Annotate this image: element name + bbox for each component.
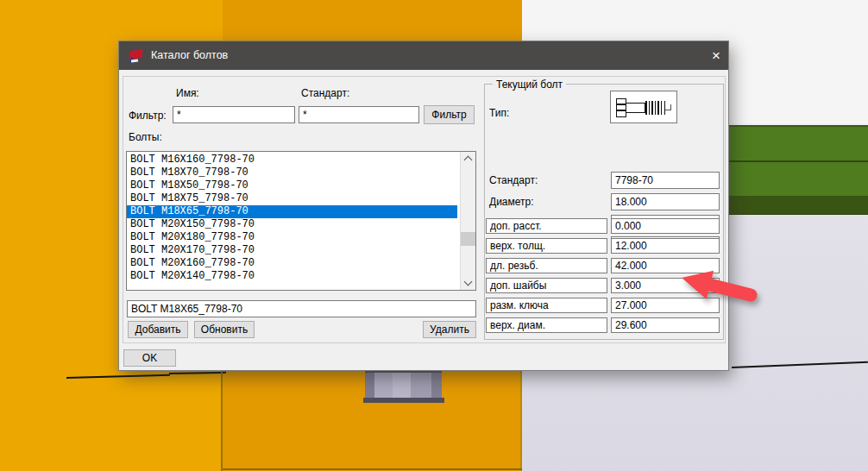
titlebar[interactable]: Каталог болтов ×: [119, 41, 728, 70]
attr-label-thread-length: дл. резьб.: [486, 258, 607, 273]
name-column-label: Имя:: [176, 87, 199, 99]
attr-label-top-diameter: верх. диам.: [486, 317, 607, 333]
cad-beam-green-dark: [729, 196, 868, 215]
standard-field-value[interactable]: [611, 172, 720, 189]
cad-bolt-shape: [365, 371, 442, 401]
attr-value-extra-distance[interactable]: [611, 218, 720, 234]
scrollbar-thumb[interactable]: [461, 232, 475, 246]
list-item[interactable]: BOLT M18X70_7798-70: [127, 166, 457, 179]
standard-column-label: Стандарт:: [301, 87, 349, 99]
list-item[interactable]: BOLT M18X75_7798-70: [127, 192, 457, 205]
list-item[interactable]: BOLT M16X160_7798-70: [127, 154, 457, 166]
bolt-catalog-dialog: Каталог болтов × Имя: Стандарт: Фильтр: …: [118, 41, 729, 371]
cad-edge-line: [223, 468, 522, 470]
filter-name-input[interactable]: [173, 106, 295, 123]
bolt-list[interactable]: BOLT M16X160_7798-70 BOLT M18X70_7798-70…: [126, 151, 476, 291]
current-bolt-group-label: Текущий болт: [493, 78, 566, 91]
attr-label-extra-washers: доп. шайбы: [486, 278, 607, 293]
list-scrollbar[interactable]: [460, 152, 475, 290]
standard-field-label: Стандарт:: [489, 174, 538, 186]
diameter-field-value[interactable]: [611, 193, 720, 210]
list-item[interactable]: BOLT M18X50_7798-70: [127, 179, 457, 192]
diameter-field-label: Диаметр:: [489, 196, 534, 208]
attr-value-top-thickness[interactable]: [611, 238, 720, 254]
update-button[interactable]: Обновить: [194, 321, 255, 338]
window-title: Каталог болтов: [151, 41, 228, 70]
filter-button[interactable]: Фильтр: [424, 105, 475, 124]
cad-bolt-cap: [363, 398, 444, 403]
ok-button[interactable]: OK: [123, 349, 176, 367]
app-logo-icon: [129, 48, 145, 63]
attr-label-wrench-size: разм. ключа: [486, 298, 607, 313]
cad-edge-line: [221, 371, 223, 471]
attr-label-extra-distance: доп. расст.: [486, 218, 607, 234]
list-item[interactable]: BOLT M20X180_7798-70: [127, 231, 457, 244]
scroll-up-icon[interactable]: [461, 152, 475, 166]
list-item-selected[interactable]: BOLT M18X65_7798-70: [127, 205, 457, 218]
chevron-down-icon: [665, 104, 671, 110]
filter-standard-input[interactable]: [299, 106, 419, 123]
close-icon[interactable]: ×: [704, 43, 728, 68]
scroll-down-icon[interactable]: [461, 276, 475, 290]
delete-button[interactable]: Удалить: [423, 321, 476, 338]
annotation-arrow-icon: [673, 255, 782, 312]
cad-edge-line: [520, 371, 522, 471]
bolts-list-label: Болты:: [129, 131, 162, 143]
list-item[interactable]: BOLT M20X150_7798-70: [127, 218, 457, 231]
bolt-name-input[interactable]: [127, 300, 476, 317]
add-button[interactable]: Добавить: [128, 321, 188, 338]
filter-label: Фильтр:: [129, 110, 167, 122]
attr-label-top-thickness: верх. толщ.: [486, 238, 607, 254]
bolt-type-select[interactable]: [610, 91, 677, 123]
attr-value-top-diameter[interactable]: [611, 317, 720, 333]
cad-beam-seam-line: [729, 160, 868, 162]
list-item[interactable]: BOLT M20X140_7798-70: [127, 270, 457, 283]
list-item[interactable]: BOLT M20X170_7798-70: [127, 244, 457, 257]
bolt-type-label: Тип:: [489, 107, 509, 119]
list-item[interactable]: BOLT M20X160_7798-70: [127, 257, 457, 270]
